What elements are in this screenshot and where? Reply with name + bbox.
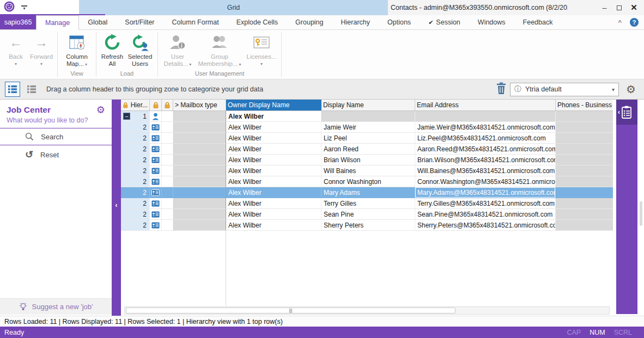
row-level: 2	[143, 134, 147, 142]
licenses-label: Licenses...	[247, 53, 277, 60]
tab-explode-cells[interactable]: Explode Cells	[228, 15, 287, 29]
reset-icon: ↺	[25, 150, 33, 159]
tab-column-format[interactable]: Column Format	[163, 15, 228, 29]
tab-options[interactable]: Options	[379, 15, 420, 29]
tab-grouping[interactable]: Grouping	[287, 15, 332, 29]
tab-label: Hierarchy	[341, 19, 370, 26]
column-map-button[interactable]: Column Map...▾	[60, 30, 93, 68]
delete-preset-button[interactable]	[496, 82, 506, 97]
contact-card-icon	[151, 135, 160, 142]
job-center-search[interactable]: Search	[0, 128, 112, 145]
horizontal-scrollbar[interactable]	[124, 306, 610, 315]
ribbon-separator	[157, 32, 158, 77]
grid-row[interactable]: 2 Alex Wilber Sean Pine Sean.Pine@M365x4…	[121, 209, 613, 220]
ready-status: Ready	[4, 329, 24, 336]
lightbulb-icon	[19, 302, 27, 311]
ribbon-tabs: ManageGlobalSort/FilterColumn FormatExpl…	[36, 15, 561, 29]
horizontal-scrollbar-thumb[interactable]	[126, 308, 455, 314]
tab-windows[interactable]: Windows	[469, 15, 514, 29]
vertical-scrollbar-thumb[interactable]	[640, 201, 642, 226]
grouping-zone-message: Drag a column header to this grouping zo…	[46, 85, 263, 93]
grid-row[interactable]: 2 Alex Wilber Will Baines Will.Baines@M3…	[121, 165, 613, 176]
row-display: Sherry Peters	[321, 220, 415, 231]
grid-row[interactable]: 2 Alex Wilber Liz Peel Liz.Peel@M365x483…	[121, 133, 613, 144]
grid-row[interactable]: 2 Alex Wilber Brian Wilson Brian.Wilson@…	[121, 155, 613, 165]
job-center-collapse-strip[interactable]: ‹	[112, 100, 121, 316]
help-icon[interactable]: ?	[630, 18, 639, 27]
tab-manage[interactable]: Manage	[36, 15, 79, 30]
back-button[interactable]: ← Back ▾	[3, 30, 28, 66]
job-center-reset[interactable]: ↺ Reset	[0, 145, 112, 164]
lock-icon	[164, 102, 171, 109]
right-panel-header[interactable]: ‹	[616, 100, 637, 125]
row-email: Brian.Wilson@M365x48314521.onmicrosoft.c…	[415, 155, 556, 165]
maximize-icon	[617, 5, 622, 10]
tab-sapio365[interactable]: sapio365	[0, 15, 36, 29]
tab-global[interactable]: Global	[79, 15, 116, 29]
grid-row[interactable]: 2 Alex Wilber Aaron Reed Aaron.Reed@M365…	[121, 144, 613, 155]
row-owner: Alex Wilber	[226, 122, 321, 133]
row-display: Terry Gilles	[321, 198, 415, 209]
tab-label: Windows	[478, 19, 506, 26]
maximize-button[interactable]	[612, 0, 627, 15]
tab-label: Manage	[45, 19, 70, 27]
grid-row[interactable]: 2 Alex Wilber Terry Gilles Terry.Gilles@…	[121, 198, 613, 209]
tab-hierarchy[interactable]: Hierarchy	[332, 15, 379, 29]
flat-view-icon	[26, 84, 37, 95]
contact-card-icon	[151, 146, 160, 152]
ribbon-group-load: Refresh All Selected Users Load	[98, 30, 156, 79]
column-header-hierarchy[interactable]: Hier...	[121, 100, 150, 110]
row-owner: Alex Wilber	[226, 209, 321, 220]
tab-label: Global	[88, 19, 107, 26]
dropdown-arrow-icon: ▾	[189, 62, 191, 67]
grid-settings-button[interactable]: ⚙	[623, 82, 639, 97]
selected-users-button[interactable]: Selected Users	[125, 30, 155, 67]
reset-label: Reset	[40, 151, 59, 159]
group-membership-button[interactable]: Group Membership...▾	[195, 30, 245, 68]
search-icon	[25, 132, 34, 141]
licenses-button[interactable]: Licenses... ▾	[245, 30, 278, 66]
scrollbar-grip-icon	[290, 309, 291, 313]
grid-preset-select[interactable]: ⓘ Ytria default ▾	[510, 83, 619, 96]
row-level: 2	[143, 200, 147, 207]
lock-icon	[153, 102, 159, 109]
app-logo-icon[interactable]	[4, 1, 15, 14]
grid-row[interactable]: 2 Alex Wilber Mary Adams Mary.Adams@M365…	[121, 187, 613, 198]
right-side-panel: ‹	[616, 100, 637, 314]
tab-session[interactable]: ✔Session	[420, 15, 469, 29]
minimize-button[interactable]: –	[597, 0, 612, 15]
flat-view-toggle[interactable]	[24, 82, 39, 97]
column-header-phones-business[interactable]: Phones - Business	[556, 100, 613, 110]
close-button[interactable]: ✕	[627, 0, 641, 15]
grid-row[interactable]: 2 Alex Wilber Connor Washington Connor.W…	[121, 176, 613, 187]
forward-button[interactable]: → Forward ▾	[28, 30, 54, 66]
quick-access-dropdown-icon[interactable]	[21, 5, 27, 10]
column-header-display-name[interactable]: Display Name	[321, 100, 415, 110]
column-header-mailbox-type[interactable]: > Mailbox type	[173, 100, 226, 110]
column-header-locked-1[interactable]	[150, 100, 162, 110]
dropdown-arrow-icon: ▾	[40, 62, 42, 66]
collapse-row-icon[interactable]: −	[123, 113, 130, 120]
tab-label: Explode Cells	[236, 19, 278, 26]
grid-group-row[interactable]: − 1 Alex Wilber	[121, 111, 613, 122]
grid-row[interactable]: 2 Alex Wilber Jamie Weir Jamie.Weir@M365…	[121, 122, 613, 133]
ribbon-collapse-icon[interactable]: ^	[618, 19, 622, 26]
refresh-all-button[interactable]: Refresh All	[99, 30, 125, 67]
column-header-email-address[interactable]: Email Address	[415, 100, 556, 110]
user-details-button[interactable]: User Details...▾	[161, 30, 195, 68]
column-header-locked-2[interactable]	[162, 100, 173, 110]
job-center-title: Job Center	[7, 105, 96, 115]
grid-row[interactable]: 2 Alex Wilber Sherry Peters Sherry.Peter…	[121, 220, 613, 231]
column-header-owner-display-name[interactable]: Owner Display Name	[226, 100, 321, 110]
hierarchy-view-toggle[interactable]	[5, 82, 20, 97]
row-level: 2	[143, 145, 147, 153]
dropdown-arrow-icon: ▾	[85, 62, 87, 67]
job-center-gear-icon[interactable]: ⚙	[96, 105, 105, 115]
user-details-label-1: User	[171, 53, 184, 60]
suggest-job-button[interactable]: Suggest a new 'job'	[0, 298, 112, 315]
tab-feedback[interactable]: Feedback	[514, 15, 562, 29]
job-center-subtitle: What would you like to do?	[7, 116, 105, 124]
num-lock-indicator: NUM	[590, 329, 605, 336]
info-icon: ⓘ	[514, 84, 521, 94]
tab-sort-filter[interactable]: Sort/Filter	[116, 15, 163, 29]
